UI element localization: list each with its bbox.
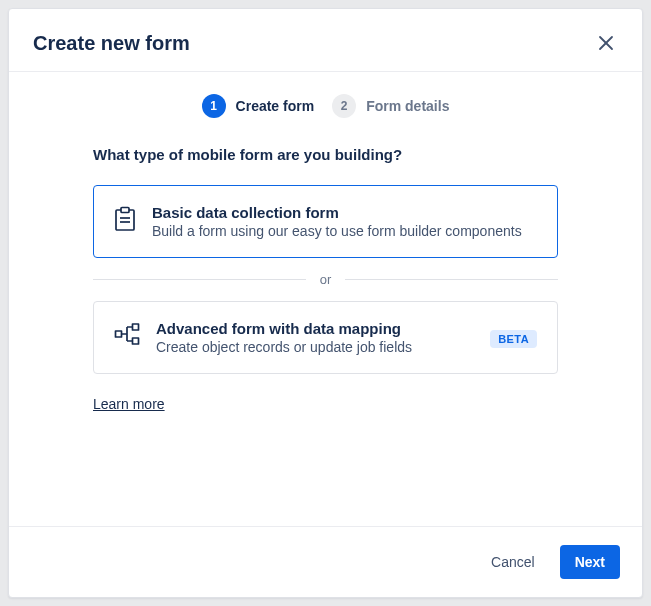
form-type-question: What type of mobile form are you buildin… xyxy=(93,146,558,163)
dialog-footer: Cancel Next xyxy=(9,526,642,597)
close-icon xyxy=(598,35,614,51)
option-advanced-title: Advanced form with data mapping xyxy=(156,320,401,337)
option-basic-text: Basic data collection form Build a form … xyxy=(152,204,537,239)
divider-line-right xyxy=(345,279,558,280)
create-form-dialog: Create new form 1 Create form 2 Form det… xyxy=(8,8,643,598)
stepper: 1 Create form 2 Form details xyxy=(9,72,642,142)
cancel-button[interactable]: Cancel xyxy=(476,545,550,579)
svg-rect-7 xyxy=(133,324,139,330)
mapping-icon xyxy=(114,322,140,350)
beta-badge: BETA xyxy=(490,330,537,348)
learn-more-link[interactable]: Learn more xyxy=(93,396,165,412)
next-button[interactable]: Next xyxy=(560,545,620,579)
or-label: or xyxy=(320,272,332,287)
step-1: 1 Create form xyxy=(202,94,315,118)
step-2-label: Form details xyxy=(366,98,449,114)
option-advanced-text: Advanced form with data mapping Create o… xyxy=(156,320,474,355)
svg-rect-3 xyxy=(121,208,129,213)
dialog-body: 1 Create form 2 Form details What type o… xyxy=(9,72,642,526)
option-advanced-card[interactable]: Advanced form with data mapping Create o… xyxy=(93,301,558,374)
badge-slot: BETA xyxy=(490,329,537,347)
dialog-header: Create new form xyxy=(9,9,642,72)
or-divider: or xyxy=(93,272,558,287)
option-basic-desc: Build a form using our easy to use form … xyxy=(152,223,537,239)
svg-rect-6 xyxy=(116,331,122,337)
dialog-title: Create new form xyxy=(33,32,190,55)
option-advanced-desc: Create object records or update job fiel… xyxy=(156,339,474,355)
divider-line-left xyxy=(93,279,306,280)
step-1-number: 1 xyxy=(202,94,226,118)
option-basic-card[interactable]: Basic data collection form Build a form … xyxy=(93,185,558,258)
clipboard-icon xyxy=(114,206,136,236)
content-area: What type of mobile form are you buildin… xyxy=(9,146,642,413)
step-1-label: Create form xyxy=(236,98,315,114)
close-button[interactable] xyxy=(594,31,618,55)
option-basic-title: Basic data collection form xyxy=(152,204,537,221)
step-2-number: 2 xyxy=(332,94,356,118)
svg-rect-8 xyxy=(133,338,139,344)
step-2: 2 Form details xyxy=(332,94,449,118)
